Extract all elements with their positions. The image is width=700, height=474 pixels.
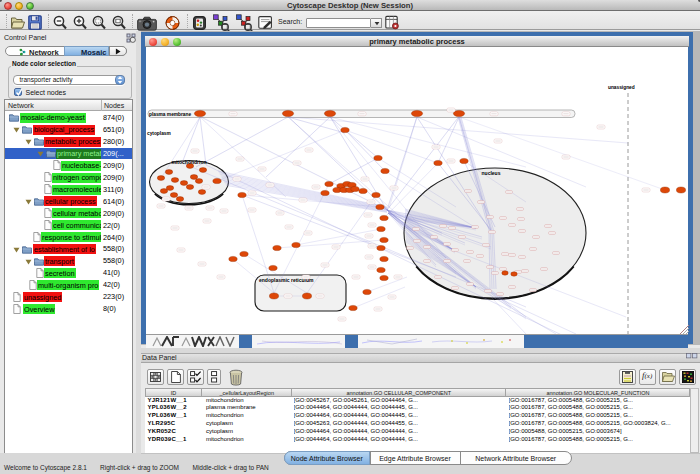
svg-text:mitochondrion: mitochondrion: [172, 159, 207, 165]
svg-text:unassigned: unassigned: [608, 85, 635, 90]
svg-text:plasma membrane: plasma membrane: [149, 112, 191, 117]
svg-text:nucleus: nucleus: [482, 170, 501, 176]
svg-text:cytoplasm: cytoplasm: [147, 131, 171, 136]
